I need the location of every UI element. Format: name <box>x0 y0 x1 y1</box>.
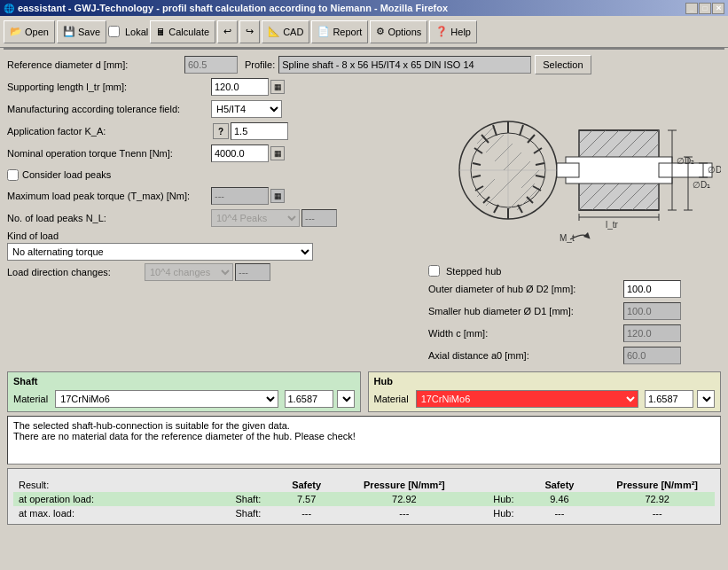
maximize-button[interactable]: □ <box>699 3 711 14</box>
supporting-input[interactable] <box>211 78 269 96</box>
close-button[interactable]: ✕ <box>712 3 724 14</box>
nom-torque-calc-icon[interactable]: ▦ <box>270 146 285 160</box>
redo-icon: ↪ <box>246 26 254 37</box>
app-factor-input[interactable] <box>231 122 288 140</box>
minimize-button[interactable]: _ <box>685 3 698 14</box>
shaft-material-label: Material <box>13 394 48 404</box>
nom-torque-row: Nominal operation torque Tnenn [Nm]: ▦ <box>7 144 421 163</box>
no-load-peaks-select[interactable]: 10^4 Peaks <box>211 209 300 227</box>
hub-material-row: Material 17CrNiMo6 ▼ <box>374 390 716 408</box>
undo-icon: ↩ <box>223 26 231 37</box>
hub-material-select[interactable]: 17CrNiMo6 <box>416 390 638 408</box>
manuf-row: Manufacturing according tolerance field:… <box>7 99 421 119</box>
lokal-checkbox[interactable] <box>108 26 120 37</box>
svg-line-21 <box>473 163 481 165</box>
nom-torque-input[interactable] <box>211 144 269 162</box>
stepped-hub-checkbox[interactable] <box>428 265 440 277</box>
max-load-label: Maximum load peak torque (T_max) [Nm]: <box>7 191 211 201</box>
shaft-material-num[interactable] <box>285 390 333 408</box>
safety-header1: Safety <box>266 478 347 492</box>
pressure-header2: Pressure [N/mm²] <box>599 478 715 492</box>
svg-line-30 <box>536 176 544 177</box>
stepped-hub-label: Stepped hub <box>446 266 501 277</box>
hub-material-num[interactable] <box>645 390 693 408</box>
ref-diam-input[interactable] <box>184 56 238 74</box>
shaft-section-title: Shaft <box>13 376 355 387</box>
axial-dist-label: Axial distance a0 [mm]: <box>428 350 623 361</box>
no-load-peaks-label: No. of load peaks N_L: <box>7 213 211 223</box>
op-shaft-safety: 7.57 <box>266 492 347 506</box>
profile-input[interactable] <box>278 56 531 74</box>
max-shaft-safety: --- <box>266 506 347 520</box>
max-load-input[interactable] <box>211 187 269 205</box>
no-load-peaks-extra[interactable] <box>301 209 337 227</box>
axial-dist-input[interactable] <box>623 347 681 364</box>
stepped-hub-row: Stepped hub <box>428 265 721 277</box>
smaller-diam-input[interactable] <box>623 302 681 320</box>
selection-button[interactable]: Selection <box>535 55 591 74</box>
nom-torque-label: Nominal operation torque Tnenn [Nm]: <box>7 148 211 159</box>
undo-button[interactable]: ↩ <box>217 20 238 43</box>
help-button[interactable]: ❓ Help <box>429 20 477 43</box>
svg-line-11 <box>486 179 513 206</box>
results-table: Result: Safety Pressure [N/mm²] Safety P… <box>13 478 715 520</box>
shaft-num-select[interactable]: ▼ <box>337 390 355 408</box>
smaller-diam-label: Smaller hub diameter Ø D1 [mm]: <box>428 306 623 316</box>
load-direction-select[interactable]: 10^4 changes <box>145 263 233 281</box>
max-hub-pressure: --- <box>599 506 715 520</box>
profile-label: Profile: <box>245 59 275 70</box>
outer-diam-row: Outer diameter of hub Ø D2 [mm]: <box>428 279 721 299</box>
report-button[interactable]: 📄 Report <box>311 20 368 43</box>
outer-diam-input[interactable] <box>623 280 681 298</box>
manuf-label: Manufacturing according tolerance field: <box>7 104 211 114</box>
kind-of-load-label: Kind of load <box>7 230 421 241</box>
cad-icon: 📐 <box>268 26 280 37</box>
calculate-button[interactable]: 🖩 Calculate <box>150 20 215 43</box>
svg-line-5 <box>486 135 504 152</box>
app-factor-row: Application factor K_A: ? <box>7 121 421 141</box>
axial-dist-row: Axial distance a0 [mm]: <box>428 346 721 365</box>
hub-material-label: Material <box>374 394 409 404</box>
op-shaft-pressure: 72.92 <box>347 492 462 506</box>
load-direction-label: Load direction changes: <box>7 267 145 277</box>
load-direction-row: Load direction changes: 10^4 changes <box>7 262 421 282</box>
manuf-select[interactable]: H5/IT4 H6/IT5 H7/IT6 <box>211 100 282 118</box>
redo-button[interactable]: ↪ <box>239 20 260 43</box>
open-button[interactable]: 📂 Open <box>4 20 55 43</box>
supporting-label: Supporting length l_tr [mm]: <box>7 82 211 92</box>
consider-peaks-checkbox[interactable] <box>7 169 19 181</box>
options-icon: ⚙ <box>376 26 385 37</box>
lokal-checkbox-row: Lokal <box>108 26 148 37</box>
smaller-diam-row: Smaller hub diameter Ø D1 [mm]: <box>428 301 721 321</box>
max-load-row: at max. load: Shaft: --- --- Hub: --- --… <box>13 506 715 520</box>
svg-text:∅D₁: ∅D₁ <box>693 180 710 190</box>
save-icon: 💾 <box>63 26 75 37</box>
op-hub-label: Hub: <box>462 492 520 506</box>
svg-line-31 <box>536 163 544 165</box>
window-title: eassistant - GWJ-Technology - profil sha… <box>18 3 448 13</box>
width-input[interactable] <box>623 324 681 342</box>
load-direction-extra[interactable] <box>235 263 270 281</box>
max-hub-label: Hub: <box>462 506 520 520</box>
no-load-peaks-row: No. of load peaks N_L: 10^4 Peaks <box>7 208 421 228</box>
options-button[interactable]: ⚙ Options <box>370 20 427 43</box>
max-load-row-label: at max. load: <box>13 506 175 520</box>
result-header: Result: <box>13 478 175 492</box>
report-icon: 📄 <box>317 26 330 37</box>
hub-num-select[interactable]: ▼ <box>697 390 715 408</box>
message-line2: There are no material data for the refer… <box>13 431 715 441</box>
shaft-material-select[interactable]: 17CrNiMo6 <box>55 390 278 408</box>
supporting-calc-icon[interactable]: ▦ <box>270 80 285 94</box>
toolbar: 📂 Open 💾 Save Lokal 🖩 Calculate ↩ ↪ 📐 CA… <box>0 16 728 48</box>
app-factor-help-button[interactable]: ? <box>213 123 229 139</box>
op-load-label: at operation load: <box>13 492 175 506</box>
max-load-row: Maximum load peak torque (T_max) [Nm]: ▦ <box>7 186 421 206</box>
save-button[interactable]: 💾 Save <box>57 20 106 43</box>
max-load-calc-icon[interactable]: ▦ <box>270 189 285 203</box>
pressure-header1: Pressure [N/mm²] <box>347 478 462 492</box>
width-row: Width c [mm]: <box>428 324 721 343</box>
svg-line-6 <box>495 144 513 161</box>
shaft-hub-section: Shaft Material 17CrNiMo6 ▼ Hub Material … <box>7 371 721 412</box>
cad-button[interactable]: 📐 CAD <box>262 20 309 43</box>
kind-of-load-select[interactable]: No alternating torque Alternating torque… <box>7 243 313 261</box>
